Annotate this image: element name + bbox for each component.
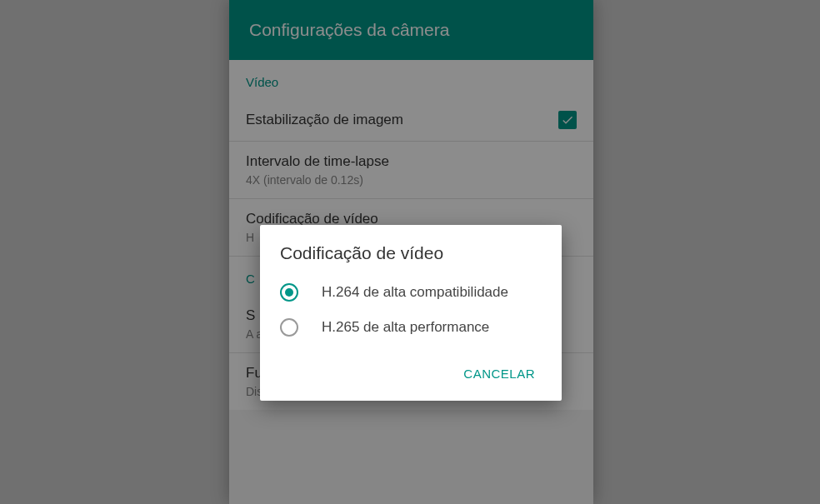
radio-label: H.265 de alta performance bbox=[322, 318, 489, 337]
radio-option-h265[interactable]: H.265 de alta performance bbox=[260, 310, 562, 345]
cancel-button[interactable]: CANCELAR bbox=[453, 360, 545, 387]
radio-label: H.264 de alta compatibilidade bbox=[322, 283, 508, 302]
radio-option-h264[interactable]: H.264 de alta compatibilidade bbox=[260, 275, 562, 310]
dialog-title: Codificação de vídeo bbox=[260, 225, 562, 275]
dialog-actions: CANCELAR bbox=[260, 345, 562, 394]
video-encoding-dialog: Codificação de vídeo H.264 de alta compa… bbox=[260, 225, 562, 401]
radio-unselected-icon bbox=[280, 318, 298, 337]
radio-selected-icon bbox=[280, 283, 298, 302]
